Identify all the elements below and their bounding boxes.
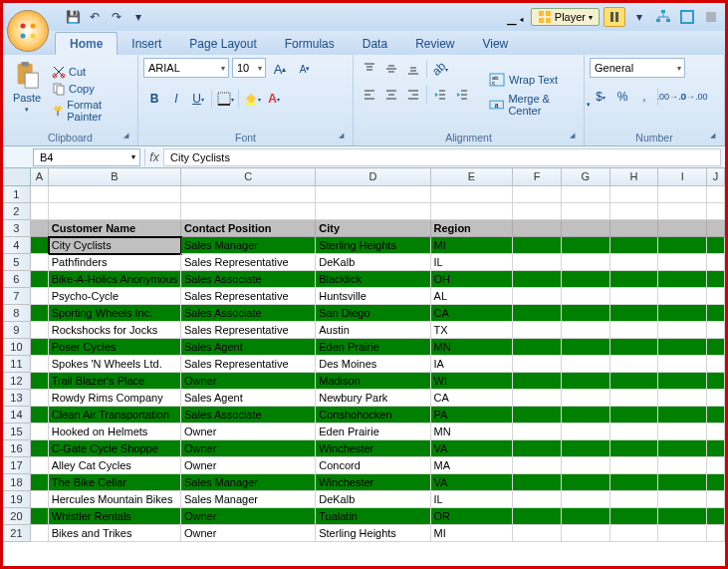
cell[interactable] xyxy=(707,424,725,440)
cell[interactable] xyxy=(31,390,49,407)
cell[interactable] xyxy=(658,288,707,305)
tab-view[interactable]: View xyxy=(468,33,522,55)
cell[interactable] xyxy=(658,356,707,373)
tab-formulas[interactable]: Formulas xyxy=(271,33,349,55)
cell[interactable] xyxy=(707,356,725,373)
cell[interactable] xyxy=(562,491,610,508)
cell[interactable] xyxy=(513,424,562,440)
italic-button[interactable]: I xyxy=(165,88,187,110)
cell[interactable]: Sporting Wheels Inc. xyxy=(49,305,181,322)
tab-home[interactable]: Home xyxy=(55,32,118,55)
cell[interactable]: IL xyxy=(431,491,514,508)
cell[interactable] xyxy=(707,525,725,542)
fullscreen-icon[interactable] xyxy=(677,7,697,27)
cell[interactable]: OH xyxy=(431,271,514,288)
qat-dropdown-icon[interactable]: ▾ xyxy=(128,7,148,27)
cut-button[interactable]: Cut xyxy=(50,64,132,80)
cell[interactable] xyxy=(513,237,562,254)
cell[interactable]: Sales Associate xyxy=(181,407,316,424)
office-button[interactable] xyxy=(7,10,49,52)
row-header[interactable]: 19 xyxy=(3,491,31,508)
cell[interactable] xyxy=(513,254,562,271)
fill-color-button[interactable]: ▾ xyxy=(241,88,263,110)
cell[interactable]: MN xyxy=(431,339,514,356)
cell[interactable] xyxy=(658,203,707,220)
cell[interactable]: C-Gate Cycle Shoppe xyxy=(49,440,181,457)
cell[interactable]: VA xyxy=(431,474,514,491)
cell[interactable] xyxy=(562,322,610,339)
cell[interactable] xyxy=(658,424,707,440)
cell[interactable]: Newbury Park xyxy=(316,390,430,407)
row-header[interactable]: 4 xyxy=(3,237,31,254)
cell[interactable] xyxy=(610,373,659,390)
font-name-combo[interactable]: ARIAL xyxy=(143,58,229,78)
cell[interactable] xyxy=(707,457,725,474)
cell[interactable]: Owner xyxy=(181,424,316,440)
cell[interactable]: Sales Representative xyxy=(181,288,316,305)
align-top-icon[interactable] xyxy=(359,58,380,80)
cell[interactable]: Trail Blazer's Place xyxy=(49,373,181,390)
formula-input[interactable] xyxy=(164,148,721,166)
cell[interactable] xyxy=(513,288,562,305)
cell[interactable]: IL xyxy=(431,254,514,271)
wrap-text-button[interactable]: abcWrap Text xyxy=(485,71,595,89)
cell[interactable] xyxy=(181,203,316,220)
cell[interactable] xyxy=(610,424,659,440)
cell[interactable] xyxy=(658,407,707,424)
pause-button[interactable] xyxy=(604,7,625,27)
cell[interactable] xyxy=(562,186,610,203)
cell[interactable] xyxy=(562,440,610,457)
cell[interactable] xyxy=(658,508,707,525)
cell[interactable]: Bike-A-Holics Anonymous xyxy=(49,271,181,288)
cell[interactable] xyxy=(562,203,610,220)
cell[interactable] xyxy=(31,220,49,237)
cell[interactable]: Sales Associate xyxy=(181,271,316,288)
cell[interactable] xyxy=(31,407,49,424)
player-button[interactable]: Player ▾ xyxy=(531,8,600,26)
tab-review[interactable]: Review xyxy=(401,33,468,55)
font-size-combo[interactable]: 10 xyxy=(232,58,266,78)
cell[interactable] xyxy=(707,237,725,254)
currency-icon[interactable]: $▾ xyxy=(590,86,611,108)
cell[interactable] xyxy=(49,203,181,220)
cell[interactable] xyxy=(610,237,659,254)
cell[interactable]: Region xyxy=(431,220,514,237)
cell[interactable]: Huntsville xyxy=(316,288,430,305)
row-header[interactable]: 15 xyxy=(3,424,31,440)
cell[interactable] xyxy=(658,457,707,474)
decrease-indent-icon[interactable] xyxy=(429,84,451,106)
cell[interactable] xyxy=(431,186,514,203)
cell[interactable] xyxy=(513,271,562,288)
cell[interactable] xyxy=(562,237,610,254)
bold-button[interactable]: B xyxy=(143,88,165,110)
cell[interactable]: CA xyxy=(431,390,514,407)
cell[interactable]: Pathfinders xyxy=(49,254,181,271)
cell[interactable]: Rowdy Rims Company xyxy=(49,390,181,407)
cell[interactable] xyxy=(513,407,562,424)
cell[interactable]: MI xyxy=(431,525,514,542)
cell[interactable] xyxy=(31,508,49,525)
cell[interactable]: AL xyxy=(431,288,514,305)
column-header[interactable]: F xyxy=(513,168,562,185)
cell[interactable] xyxy=(658,186,707,203)
cell[interactable]: Poser Cycles xyxy=(49,339,181,356)
cell[interactable] xyxy=(610,271,659,288)
cell[interactable] xyxy=(562,254,610,271)
cell[interactable]: Sterling Heights xyxy=(316,525,430,542)
cell[interactable] xyxy=(31,525,49,542)
cell[interactable] xyxy=(658,440,707,457)
cell[interactable] xyxy=(31,474,49,491)
cell[interactable] xyxy=(610,440,659,457)
cell[interactable] xyxy=(707,474,725,491)
tab-page-layout[interactable]: Page Layout xyxy=(175,33,270,55)
merge-center-button[interactable]: aMerge & Center ▾ xyxy=(485,92,595,118)
cell[interactable] xyxy=(562,525,610,542)
cell[interactable]: Owner xyxy=(181,440,316,457)
row-header[interactable]: 17 xyxy=(3,457,31,474)
cell[interactable] xyxy=(513,220,562,237)
cell[interactable] xyxy=(707,491,725,508)
row-header[interactable]: 7 xyxy=(3,288,31,305)
cell[interactable]: Sales Representative xyxy=(181,322,316,339)
prev-icon[interactable]: ⎯◂ xyxy=(507,7,527,27)
cell[interactable] xyxy=(658,305,707,322)
